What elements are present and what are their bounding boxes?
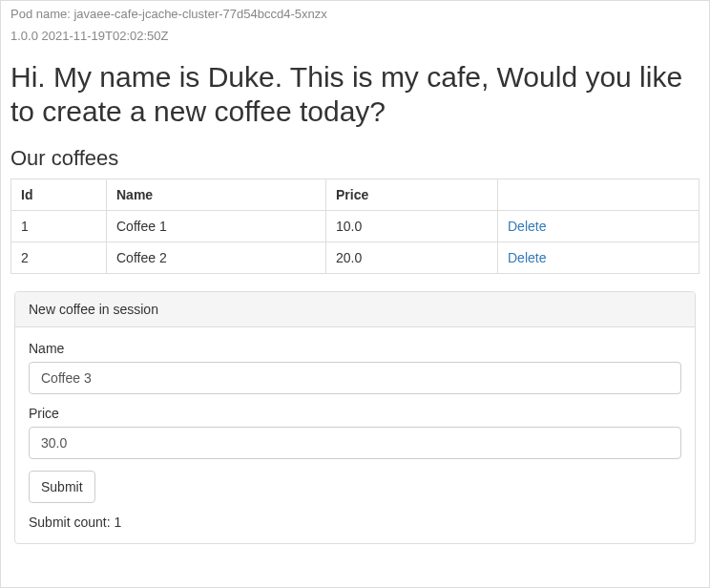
coffees-table: Id Name Price 1 Coffee 1 10.0 Delete 2 C… bbox=[10, 178, 700, 274]
new-coffee-panel: New coffee in session Name Price Submit … bbox=[14, 291, 696, 544]
cell-price: 20.0 bbox=[326, 242, 498, 274]
price-label: Price bbox=[29, 406, 681, 421]
table-row: 1 Coffee 1 10.0 Delete bbox=[11, 211, 700, 242]
pod-name: Pod name: javaee-cafe-jcache-cluster-77d… bbox=[10, 7, 700, 21]
price-input[interactable] bbox=[29, 427, 681, 459]
submit-button[interactable]: Submit bbox=[29, 471, 95, 503]
delete-link[interactable]: Delete bbox=[508, 219, 546, 234]
col-header-action bbox=[498, 179, 700, 211]
panel-heading: New coffee in session bbox=[15, 292, 695, 327]
table-header-row: Id Name Price bbox=[11, 179, 700, 211]
cell-name: Coffee 2 bbox=[107, 242, 326, 274]
coffees-heading: Our coffees bbox=[10, 146, 700, 171]
col-header-id: Id bbox=[11, 179, 107, 211]
col-header-price: Price bbox=[326, 179, 498, 211]
cell-id: 2 bbox=[11, 242, 107, 274]
version-timestamp: 1.0.0 2021-11-19T02:02:50Z bbox=[10, 29, 700, 43]
delete-link[interactable]: Delete bbox=[508, 250, 546, 265]
page-greeting: Hi. My name is Duke. This is my cafe, Wo… bbox=[10, 60, 700, 129]
name-input[interactable] bbox=[29, 362, 681, 394]
cell-price: 10.0 bbox=[326, 211, 498, 242]
name-label: Name bbox=[29, 341, 681, 356]
cell-id: 1 bbox=[11, 211, 107, 242]
submit-count: Submit count: 1 bbox=[29, 514, 681, 530]
table-row: 2 Coffee 2 20.0 Delete bbox=[11, 242, 700, 274]
col-header-name: Name bbox=[107, 179, 326, 211]
cell-name: Coffee 1 bbox=[107, 211, 326, 242]
